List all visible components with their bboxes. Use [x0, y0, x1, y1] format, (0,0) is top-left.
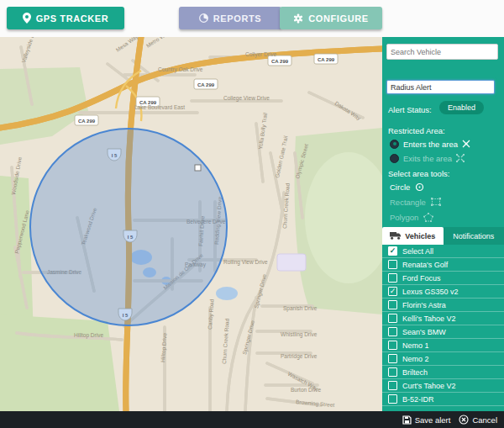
rectangle-tool[interactable]: Rectangle [390, 196, 441, 208]
radius-circle-overlay[interactable] [30, 129, 227, 325]
vehicle-name: Lexus GS350 v2 [402, 288, 459, 296]
vehicle-row[interactable]: Kelli's Tahoe V2 [382, 312, 504, 325]
circle-tool-label: Circle [390, 182, 410, 192]
select-all-checkbox[interactable]: ✓ [388, 246, 397, 256]
vehicle-checkbox[interactable] [388, 367, 397, 377]
vehicle-checkbox[interactable] [388, 354, 397, 363]
cancel-label: Cancel [472, 415, 497, 425]
cancel-button[interactable]: Cancel [459, 415, 497, 425]
restricted-area-label: Restricted Area: [388, 126, 445, 135]
vehicle-name: Curt's Tahoe V2 [402, 382, 456, 390]
gps-tracker-label: GPS TRACKER [36, 13, 109, 24]
street-label: Spanish Drive [283, 305, 318, 312]
vehicle-name: Florin's Astra [402, 301, 446, 309]
vehicle-row[interactable]: ✓Lexus GS350 v2 [382, 285, 504, 299]
vehicle-name: Briltech [402, 368, 428, 377]
vehicle-name: Kelli's Tahoe V2 [402, 314, 456, 323]
vehicle-row[interactable]: Curt's Tahoe V2 [382, 379, 504, 393]
enters-area-label: Enters the area [403, 140, 458, 149]
polygon-tool[interactable]: Polygon [390, 211, 433, 223]
vehicle-name: Nemo 1 [402, 341, 429, 350]
truck-icon [390, 232, 402, 240]
vehicle-name: Renata's Golf [402, 261, 448, 269]
vehicle-row[interactable]: Florin's Astra [382, 299, 504, 312]
tab-notifications-label: Notifications [453, 232, 494, 240]
polygon-tool-label: Polygon [390, 213, 418, 222]
vehicle-checkbox[interactable] [388, 314, 397, 323]
circle-resize-handle[interactable] [195, 165, 201, 171]
vehicle-checkbox[interactable] [388, 260, 397, 269]
vehicle-checkbox[interactable] [388, 300, 397, 309]
search-vehicle-input[interactable] [386, 44, 498, 60]
street-label: Burton Drive [291, 387, 322, 393]
exits-area-option[interactable]: Exits the area [390, 152, 465, 164]
polygon-tool-icon [423, 213, 433, 222]
map-canvas[interactable]: CA 299CA 299CA 299CA 299CA 299I 5I 5I 5 … [0, 37, 382, 411]
route-shield-ca299: CA 299 [314, 54, 338, 64]
map-pin-icon [23, 13, 31, 24]
configure-button[interactable]: CONFIGURE [280, 7, 382, 29]
exits-area-label: Exits the area [403, 154, 452, 163]
svg-text:CA 299: CA 299 [271, 59, 289, 64]
svg-text:CA 299: CA 299 [78, 119, 96, 124]
svg-text:CA 299: CA 299 [197, 82, 215, 87]
configure-label: CONFIGURE [308, 13, 368, 24]
vehicle-checkbox[interactable] [388, 394, 397, 404]
enters-area-radio[interactable] [390, 140, 399, 149]
vehicle-list: ✓ Select All Renata's GolfFord Focus✓Lex… [382, 245, 504, 406]
select-all-label: Select All [402, 247, 433, 256]
route-shield-ca299: CA 299 [75, 115, 98, 125]
street-label: Whistling Drive [281, 331, 318, 338]
street-label: Lake Boulevard East [134, 104, 185, 110]
vehicle-row[interactable]: Sean's BMW [382, 325, 504, 339]
vehicle-checkbox[interactable] [388, 327, 397, 336]
tab-vehicles[interactable]: Vehicles [382, 227, 444, 245]
vehicle-row[interactable]: B-52-IDR [382, 393, 504, 406]
tab-vehicles-label: Vehicles [405, 232, 435, 240]
street-label: Partridge Drive [281, 353, 318, 360]
exit-area-icon [456, 154, 465, 162]
vehicle-checkbox[interactable] [388, 381, 397, 390]
save-icon [402, 415, 412, 425]
gps-tracker-button[interactable]: GPS TRACKER [7, 7, 124, 29]
top-toolbar: GPS TRACKER REPORTS CONFIGURE [0, 0, 504, 38]
vehicle-name: Nemo 2 [402, 355, 429, 363]
rectangle-tool-label: Rectangle [390, 198, 426, 207]
pie-chart-icon [199, 13, 208, 23]
sidebar-tabs: Vehicles Notifications [382, 227, 504, 245]
alert-status-label: Alert Status: [388, 105, 432, 114]
vehicle-row[interactable]: Briltech [382, 366, 504, 379]
vehicle-name: Sean's BMW [402, 328, 446, 336]
map-panel[interactable]: CA 299CA 299CA 299CA 299CA 299I 5I 5I 5 … [0, 37, 382, 411]
map-building [277, 254, 306, 271]
vehicle-row[interactable]: Ford Focus [382, 272, 504, 285]
alert-name-input[interactable] [386, 80, 495, 94]
circle-tool[interactable]: Circle [390, 181, 424, 193]
enter-area-icon [462, 140, 470, 148]
area-tools-label: Select area tools: [388, 169, 449, 178]
save-alert-button[interactable]: Save alert [402, 415, 451, 425]
tab-notifications[interactable]: Notifications [444, 227, 504, 245]
vehicle-row[interactable]: Renata's Golf [382, 258, 504, 272]
street-label: Collyer Drive [245, 51, 277, 58]
bottom-action-bar: Save alert Cancel [0, 411, 504, 428]
vehicle-checkbox[interactable] [388, 341, 397, 350]
rectangle-tool-icon [431, 198, 441, 206]
vehicle-name: B-52-IDR [402, 395, 434, 404]
vehicle-row[interactable]: Nemo 1 [382, 339, 504, 352]
enters-area-option[interactable]: Enters the area [390, 138, 470, 150]
route-shield-ca299: CA 299 [194, 79, 218, 89]
exits-area-radio[interactable] [390, 154, 399, 163]
circle-tool-icon [415, 182, 424, 192]
save-alert-label: Save alert [415, 415, 451, 425]
alert-status-toggle[interactable]: Enabled [439, 101, 484, 114]
vehicle-checkbox[interactable] [388, 273, 397, 283]
vehicle-checkbox[interactable]: ✓ [388, 287, 397, 296]
street-label: Country Oak Drive [158, 66, 203, 73]
vehicle-row[interactable]: Nemo 2 [382, 352, 504, 366]
gear-icon [293, 13, 303, 24]
reports-label: REPORTS [213, 13, 261, 24]
street-label: Rolling View Drive [223, 259, 268, 266]
reports-button[interactable]: REPORTS [179, 7, 281, 29]
select-all-row[interactable]: ✓ Select All [382, 245, 504, 258]
